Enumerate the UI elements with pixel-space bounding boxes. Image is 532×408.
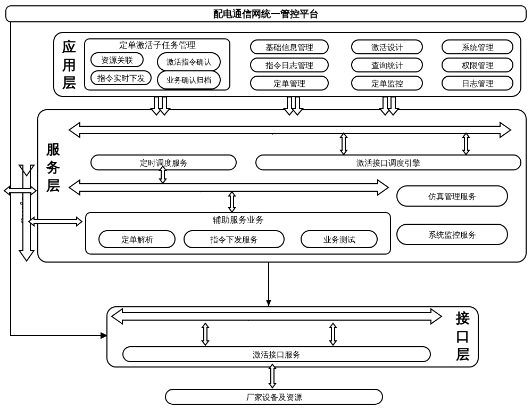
char: 接 xyxy=(456,309,470,328)
openflow-label-3: Openflow xyxy=(221,312,295,321)
pill-order-mgmt: 定单管理 xyxy=(250,76,329,91)
diagram-root: 配电通信网统一管控平台 应 用 层 定单激活子任务管理 资源关联 指令实时下发 … xyxy=(0,0,532,408)
pill-vendor: 厂家设备及资源 xyxy=(165,389,383,405)
char: 应 xyxy=(62,38,76,56)
char: 服 xyxy=(46,141,60,159)
title-bar: 配电通信网统一管控平台 xyxy=(5,5,527,22)
char: 务 xyxy=(46,159,60,177)
pill-cmd-log: 指令日志管理 xyxy=(250,58,329,72)
pill-act-engine: 激活接口调度引擎 xyxy=(255,154,521,170)
pill-resource-link: 资源关联 xyxy=(90,52,144,67)
app-layer-label: 应 用 层 xyxy=(59,40,80,91)
char: 层 xyxy=(46,177,60,195)
pill-biz-confirm-archive: 业务确认归档 xyxy=(157,70,221,89)
pill-cmd-realtime: 指令实时下发 xyxy=(90,70,152,85)
pill-act-design: 激活设计 xyxy=(351,39,423,54)
pill-sys-mgmt: 系统管理 xyxy=(442,39,513,54)
subtask-group-title: 定单激活子任务管理 xyxy=(84,40,230,50)
openflow-label-1: Openflow xyxy=(245,126,319,135)
pill-order-parse: 定单解析 xyxy=(98,230,176,248)
pill-sim-mgmt: 仿真管理服务 xyxy=(396,185,508,207)
pill-act-cmd-confirm: 激活指令确认 xyxy=(157,52,221,71)
service-layer-label: 服 务 层 xyxy=(43,133,64,202)
char: 层 xyxy=(456,346,470,364)
pill-log-mgmt: 日志管理 xyxy=(442,76,513,91)
pill-biz-test: 业务测试 xyxy=(301,230,378,248)
svg-marker-0 xyxy=(101,333,106,338)
svg-marker-1 xyxy=(266,300,271,306)
pill-query-stats: 查询统计 xyxy=(351,58,423,72)
pill-order-monitor: 定单监控 xyxy=(351,76,423,91)
aux-group-title: 辅助服务业务 xyxy=(85,215,391,225)
char: 层 xyxy=(62,74,76,92)
openflow-label-2: Openflow xyxy=(173,183,247,192)
interface-layer-label: 接 口 层 xyxy=(452,310,473,363)
pill-act-iface-svc: 激活接口服务 xyxy=(122,346,431,362)
pill-timer-sched: 定时调度服务 xyxy=(90,154,237,170)
char: 用 xyxy=(62,56,76,75)
pill-cmd-issue: 指令下发服务 xyxy=(184,230,285,248)
openflow-label-vertical: Openflow xyxy=(19,170,28,245)
pill-perm-mgmt: 权限管理 xyxy=(442,58,513,72)
pill-sys-monitor: 系统监控服务 xyxy=(396,224,508,245)
char: 口 xyxy=(456,328,470,346)
pill-base-info: 基础信息管理 xyxy=(250,39,329,54)
